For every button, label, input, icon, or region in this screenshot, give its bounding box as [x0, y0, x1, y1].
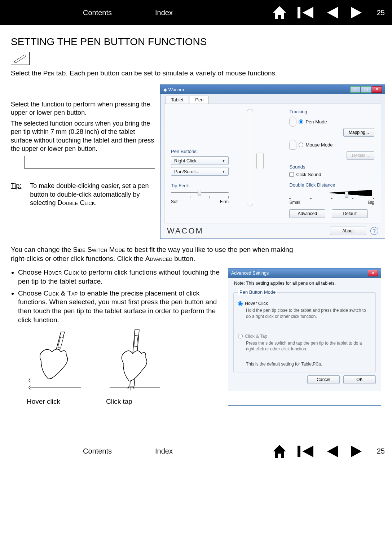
advanced-button[interactable]: Advanced [289, 209, 325, 218]
adv-tap-desc: Press the side switch and tap the pen ti… [246, 340, 371, 352]
about-button[interactable]: About [330, 227, 366, 235]
contents-link-bottom[interactable]: Contents [83, 447, 112, 455]
mouse-mode-label: Mouse Mode [305, 142, 332, 148]
dcd-wedge [289, 190, 372, 196]
dcd-small: Small [289, 200, 300, 205]
adv-close-button[interactable]: ✕ [368, 270, 378, 276]
adv-tap-label: Click & Tap [245, 334, 267, 339]
pen-mode-label: Pen Mode [305, 119, 327, 124]
index-link-bottom[interactable]: Index [155, 447, 173, 455]
figure-click-tap: Click tap [106, 328, 167, 406]
close-button[interactable]: ✕ [372, 86, 382, 93]
wacom-brand: WACOM [167, 226, 203, 236]
adv-hover-radio[interactable] [238, 301, 243, 306]
pen-button-lower-dropdown[interactable]: Pan/Scroll...▼ [171, 167, 229, 176]
adv-cancel-button[interactable]: Cancel [307, 375, 340, 384]
adv-tap-radio[interactable] [238, 334, 243, 338]
contents-link-top[interactable]: Contents [83, 9, 112, 17]
advanced-settings-dialog: Advanced Settings ✕ Note: This setting a… [228, 268, 381, 405]
click-sound-checkbox[interactable] [289, 172, 294, 177]
wacom-dialog: ◆ Wacom – ▢ ✕ Tablet Pen Pen Buttons: [160, 84, 385, 239]
svg-rect-5 [298, 446, 300, 457]
pen-topic-icon [11, 52, 30, 65]
adv-default-note: This is the default setting for TabletPC… [246, 361, 371, 367]
dcd-label: Double Click Distance [289, 182, 374, 188]
adv-hover-desc: Hold the pen tip close to the tablet and… [246, 307, 371, 319]
home-icon[interactable] [272, 444, 287, 459]
left-para-1: Select the function to perform when pres… [11, 100, 155, 117]
tip-label: Tip: [11, 182, 21, 207]
mouse-mode-icon [289, 140, 296, 150]
tip-feel-firm: Firm [220, 199, 229, 204]
prev-icon[interactable] [325, 5, 339, 20]
bullet-click-tap: Choose Click & Tap to enable the precise… [18, 289, 221, 325]
pen-graphic [247, 109, 253, 206]
page-heading: SETTING THE PEN BUTTON FUNCTIONS [11, 36, 381, 48]
bullet-hover-click: Choose Hover Click to perform click func… [18, 268, 221, 286]
next-icon[interactable] [349, 5, 364, 20]
first-icon[interactable] [298, 444, 315, 459]
adv-hover-label: Hover Click [245, 301, 268, 306]
callout-line [25, 156, 155, 169]
adv-ok-button[interactable]: OK [343, 375, 376, 384]
page-number-bottom: 25 [377, 447, 385, 455]
mouse-mode-radio[interactable] [299, 143, 303, 147]
minimize-button[interactable]: – [350, 86, 360, 93]
adv-note: Note: This setting applies for all pens … [228, 281, 381, 286]
left-para-2: The selected function occurs when you br… [11, 119, 155, 153]
pen-button-upper-dropdown[interactable]: Right Click▼ [171, 156, 229, 165]
default-button[interactable]: Default [332, 209, 368, 218]
sounds-label: Sounds [289, 164, 374, 170]
next-icon[interactable] [349, 444, 364, 459]
chevron-down-icon: ▼ [222, 170, 225, 174]
click-sound-label: Click Sound [296, 172, 321, 177]
figure-tap-caption: Click tap [106, 398, 167, 406]
figure-hover-caption: Hover click [27, 398, 88, 406]
home-icon[interactable] [272, 5, 287, 20]
prev-icon[interactable] [325, 444, 339, 459]
maximize-button[interactable]: ▢ [361, 86, 371, 93]
dcd-big: Big [368, 200, 374, 205]
tip-text: To make double-clicking easier, set a pe… [30, 182, 155, 207]
tip-feel-slider[interactable] [171, 192, 229, 195]
index-link-top[interactable]: Index [155, 9, 173, 17]
details-button[interactable]: Details... [347, 151, 374, 160]
mapping-button[interactable]: Mapping... [343, 128, 374, 137]
pen-mode-icon [289, 117, 296, 127]
tab-tablet[interactable]: Tablet [166, 96, 189, 104]
pen-mode-radio[interactable] [299, 119, 303, 124]
page-number-top: 25 [377, 9, 385, 17]
tip-feel-label: Tip Feel: [171, 183, 277, 188]
first-icon[interactable] [298, 5, 315, 20]
wacom-titlebar-icon: ◆ [163, 87, 167, 92]
help-icon[interactable]: ? [370, 227, 378, 235]
intro-text: Select the Pen tab. Each pen button can … [11, 69, 381, 77]
side-switch-text: You can change the Side Switch Mode to b… [11, 245, 307, 263]
svg-rect-0 [298, 7, 300, 18]
adv-group-title: Pen Button Mode [238, 289, 277, 295]
wacom-title: Wacom [168, 87, 184, 92]
tab-pen[interactable]: Pen [190, 96, 209, 104]
tracking-label: Tracking [289, 109, 374, 114]
tip-feel-soft: Soft [171, 199, 179, 204]
dcd-slider[interactable] [345, 191, 348, 198]
advanced-settings-title: Advanced Settings [231, 271, 269, 276]
figure-hover-click: Hover click [27, 328, 88, 406]
chevron-down-icon: ▼ [222, 159, 225, 163]
